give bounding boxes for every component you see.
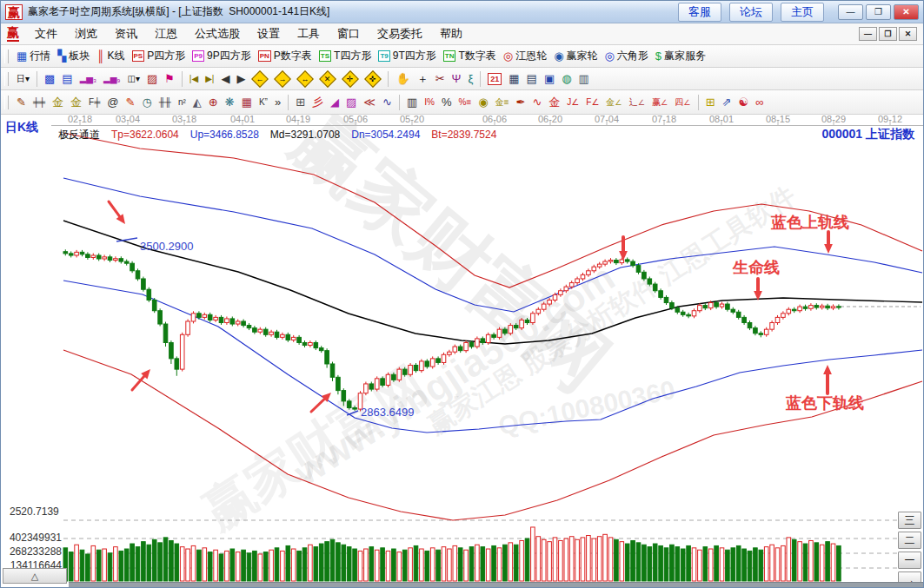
k-quote-tool[interactable]: Κ”: [256, 97, 271, 108]
percent-zone-tool[interactable]: Ⅰ%: [421, 97, 438, 108]
yinyang-tool[interactable]: ☯: [735, 96, 752, 109]
child-close-button[interactable]: ✕: [899, 27, 917, 41]
fan-box-tool[interactable]: ◢: [327, 96, 342, 109]
shift-left-button[interactable]: ←: [249, 72, 271, 86]
volume-flag-button[interactable]: ⚑: [161, 72, 178, 85]
gold-ruler-tool[interactable]: 金: [49, 96, 67, 109]
period-selector[interactable]: 日▾: [13, 74, 33, 84]
menu-item-5[interactable]: 设置: [249, 24, 289, 43]
menu-item-4[interactable]: 公式选股: [186, 24, 249, 43]
pane-three-button[interactable]: 三: [898, 512, 921, 529]
close-button[interactable]: ✕: [894, 4, 919, 20]
frame-box-tool[interactable]: ⊞: [292, 96, 309, 109]
time-ruler-tool[interactable]: ╪╪: [30, 97, 49, 108]
child-restore-button[interactable]: ❐: [879, 27, 897, 41]
kline-chart-canvas[interactable]: 赢家财富网赢家财富网www.yingjia500.com赢家江恩 股票分析软件 …: [1, 115, 924, 588]
pencil-ruler-tool[interactable]: ✎: [13, 96, 30, 109]
wave-tool[interactable]: ∿: [379, 96, 396, 109]
mirror-tool[interactable]: ◭: [189, 96, 205, 109]
remote-pc-button[interactable]: ▥: [575, 72, 593, 85]
pane-toggle-button[interactable]: △: [3, 568, 67, 584]
trend-draw-tool[interactable]: ⇗: [719, 96, 735, 109]
save-button[interactable]: ▣: [541, 72, 558, 85]
chart-area[interactable]: 赢家财富网赢家财富网www.yingjia500.com赢家江恩 股票分析软件 …: [1, 115, 923, 588]
compass-tool[interactable]: ✎: [122, 96, 138, 109]
restore-button[interactable]: ❐: [866, 4, 891, 20]
n-square-tool[interactable]: n²: [175, 97, 189, 108]
j-angle-tool[interactable]: J∠: [563, 97, 582, 108]
first-kline-button[interactable]: |◀: [186, 74, 202, 84]
last-kline-button[interactable]: ▶|: [202, 74, 217, 84]
info-panel-button[interactable]: ▤: [58, 72, 76, 85]
trade-notes-button[interactable]: ▤: [523, 72, 541, 85]
pattern-box-button[interactable]: ▨: [143, 72, 161, 85]
cycle-clock-tool[interactable]: ◷: [138, 96, 155, 109]
stretch-x-button[interactable]: ↔: [294, 72, 316, 86]
gann-fan-tool[interactable]: 彡: [309, 96, 327, 109]
more-tools-button[interactable]: »: [271, 96, 284, 109]
four-angle-tool[interactable]: 四∠: [671, 97, 694, 108]
gold-angle-tool[interactable]: 金∠: [602, 97, 625, 108]
star-grid-tool[interactable]: ❋: [222, 96, 238, 109]
menu-item-8[interactable]: 交易委托: [369, 24, 431, 43]
gold-red-tool[interactable]: 金: [545, 96, 563, 109]
fractal-button[interactable]: ξ: [464, 72, 476, 85]
drag-hand-button[interactable]: ✋: [392, 72, 413, 85]
box-grid-tool[interactable]: ▦: [238, 96, 256, 109]
gold-lines-tool[interactable]: 金≡: [492, 97, 513, 108]
expand-cross-button[interactable]: ✛: [339, 72, 362, 86]
calculator-button[interactable]: ▦: [505, 72, 522, 85]
horizontal-scrollbar[interactable]: [69, 582, 923, 588]
menu-item-6[interactable]: 工具: [289, 24, 329, 43]
arrow-fan-tool[interactable]: ≪: [360, 96, 379, 109]
gann-wheel-button[interactable]: ◎江恩轮: [500, 48, 550, 64]
sectors-button[interactable]: ▚板块: [54, 48, 93, 64]
menu-item-0[interactable]: 文件: [26, 24, 66, 43]
pane-one-button[interactable]: 一: [898, 552, 921, 569]
t-number-table-button[interactable]: TNT数字表: [440, 48, 500, 64]
winner-service-button[interactable]: $赢家服务: [652, 48, 709, 64]
spiral-tool[interactable]: @: [103, 96, 122, 109]
crosshair-button[interactable]: ＋: [414, 72, 432, 85]
f-ruler-tool[interactable]: F╪: [85, 97, 103, 108]
brush-tool[interactable]: ✒: [513, 96, 529, 109]
circle-target-tool[interactable]: ⊕: [205, 96, 222, 109]
percent-lines-tool[interactable]: %≡: [455, 97, 475, 108]
gold-ruler2-tool[interactable]: 金: [67, 96, 85, 109]
calendar-button[interactable]: 21: [484, 72, 505, 86]
zoom-region-button[interactable]: ▩: [41, 72, 58, 85]
forum-button[interactable]: 论坛: [729, 3, 773, 22]
menu-item-1[interactable]: 浏览: [66, 24, 106, 43]
menu-item-7[interactable]: 窗口: [329, 24, 369, 43]
quotes-button[interactable]: ▦行情: [13, 48, 54, 64]
next-kline-button[interactable]: ▶: [233, 72, 249, 85]
gold-circle-tool[interactable]: ◉: [475, 96, 491, 109]
candle-style-button[interactable]: ◫▾: [123, 74, 143, 84]
customer-service-button[interactable]: 客服: [678, 3, 721, 22]
full-cross-button[interactable]: ✜: [362, 72, 384, 86]
win-angle-tool[interactable]: 赢∠: [648, 97, 671, 108]
winner-wheel-button[interactable]: ◉赢家轮: [550, 48, 601, 64]
price-scale-tool[interactable]: ▥: [403, 96, 421, 109]
grid-fan-tool[interactable]: ▨: [342, 96, 360, 109]
gann-text-button[interactable]: Ψ: [449, 72, 465, 85]
infinity-tool[interactable]: ∞: [752, 96, 767, 109]
bars-3-button[interactable]: ▂▅₃: [76, 74, 100, 84]
speed-angle-tool[interactable]: 辶∠: [626, 97, 648, 108]
p-number-table-button[interactable]: PNP数字表: [255, 48, 316, 64]
p-square-button[interactable]: PSP四方形: [129, 48, 189, 64]
measure-button[interactable]: ✂: [432, 72, 449, 85]
minimize-button[interactable]: —: [838, 4, 863, 20]
menu-item-3[interactable]: 江恩: [146, 24, 186, 43]
homepage-button[interactable]: 主页: [781, 3, 824, 22]
menu-item-2[interactable]: 资讯: [106, 24, 146, 43]
prev-kline-button[interactable]: ◀: [217, 72, 233, 85]
compress-x-button[interactable]: ✕: [316, 72, 339, 86]
shift-right-button[interactable]: →: [271, 72, 294, 86]
net-export-button[interactable]: ◍: [558, 72, 575, 85]
child-minimize-button[interactable]: —: [859, 27, 877, 41]
percent-tool[interactable]: %: [438, 96, 455, 109]
f-angle-tool[interactable]: F∠: [582, 97, 602, 108]
tick-ruler-tool[interactable]: ╫╫: [156, 97, 175, 108]
nine-p-square-button[interactable]: P99P四方形: [189, 48, 254, 64]
